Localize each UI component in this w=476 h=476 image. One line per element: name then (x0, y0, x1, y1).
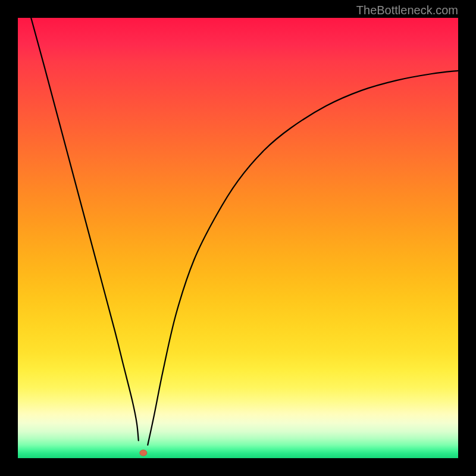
optimum-marker (140, 450, 147, 456)
watermark-text: TheBottleneck.com (356, 4, 458, 17)
curve-left-arm (31, 18, 139, 440)
curve-right-arm (148, 71, 458, 445)
curve-layer (18, 18, 458, 458)
plot-area (18, 18, 458, 458)
chart-frame: TheBottleneck.com (0, 0, 476, 476)
